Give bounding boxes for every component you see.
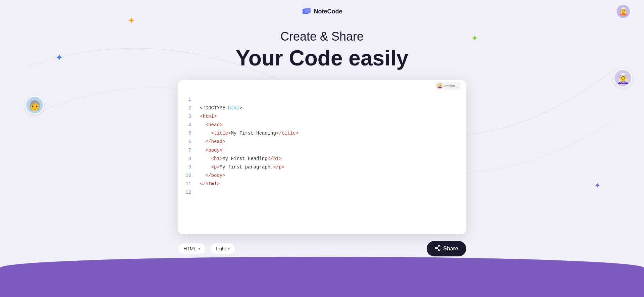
logo: NoteCode — [302, 7, 342, 16]
svg-line-5 — [437, 249, 438, 250]
logo-text: NoteCode — [314, 8, 342, 15]
code-line-12 — [200, 188, 461, 197]
line-num: 7 — [181, 146, 191, 155]
language-label: HTML — [183, 246, 196, 251]
share-button[interactable]: Share — [427, 241, 466, 256]
code-line-10: </body> — [200, 171, 461, 180]
avatar-left: 🧓 — [25, 96, 44, 114]
code-line-6: </head> — [200, 138, 461, 146]
avatar-right: 🧝‍♀️ — [613, 69, 632, 88]
line-num: 12 — [181, 188, 191, 197]
editor-toolbar: 👩‍🦳 dororo... — [178, 80, 466, 92]
editor-card: 👩‍🦳 dororo... 1 2 3 4 5 6 7 8 9 10 11 12 — [178, 80, 466, 234]
code-line-1 — [200, 95, 461, 104]
svg-line-6 — [437, 247, 438, 248]
share-label: Share — [443, 246, 458, 252]
code-line-11: </html> — [200, 180, 461, 188]
line-numbers: 1 2 3 4 5 6 7 8 9 10 11 12 — [178, 95, 195, 231]
code-line-9: <p>My first paragraph.</p> — [200, 163, 461, 171]
line-num: 11 — [181, 180, 191, 188]
line-num: 2 — [181, 104, 191, 112]
share-icon — [435, 245, 441, 252]
editor-body: 1 2 3 4 5 6 7 8 9 10 11 12 <!DOCTYPE htm… — [178, 92, 466, 234]
language-chevron: ▾ — [198, 246, 200, 251]
bottom-toolbar: HTML ▾ Light ▾ Share — [178, 234, 466, 260]
line-num: 1 — [181, 95, 191, 104]
editor-badge-label: dororo... — [444, 84, 458, 88]
code-line-5: <title>My First Heading</title> — [200, 129, 461, 138]
code-line-7: <body> — [200, 146, 461, 155]
logo-icon — [302, 7, 311, 16]
line-num: 6 — [181, 138, 191, 146]
code-line-8: <h1>My First Heading</h1> — [200, 155, 461, 163]
code-line-4: <head> — [200, 121, 461, 129]
theme-chevron: ▾ — [228, 246, 230, 251]
editor-badge: 👩‍🦳 dororo... — [435, 82, 461, 90]
code-line-3: <html> — [200, 112, 461, 121]
line-num: 5 — [181, 129, 191, 138]
svg-rect-1 — [305, 8, 311, 13]
line-num: 9 — [181, 163, 191, 171]
code-line-2: <!DOCTYPE html> — [200, 104, 461, 112]
line-num: 3 — [181, 112, 191, 121]
line-num: 10 — [181, 171, 191, 180]
hero-title: Your Code easily — [236, 46, 409, 70]
code-editor[interactable]: <!DOCTYPE html> <html> <head> <title>My … — [195, 95, 466, 231]
header: NoteCode 🧝 — [0, 0, 644, 23]
line-num: 4 — [181, 121, 191, 129]
language-select[interactable]: HTML ▾ — [178, 243, 206, 254]
theme-label: Light — [216, 246, 226, 251]
editor-badge-avatar: 👩‍🦳 — [436, 83, 443, 89]
line-num: 8 — [181, 155, 191, 163]
toolbar-left: HTML ▾ Light ▾ — [178, 243, 235, 254]
hero-section: Create & Share Your Code easily — [236, 30, 409, 70]
user-avatar-top-right[interactable]: 🧝 — [616, 4, 631, 19]
hero-subtitle: Create & Share — [236, 30, 409, 44]
theme-select[interactable]: Light ▾ — [210, 243, 235, 254]
